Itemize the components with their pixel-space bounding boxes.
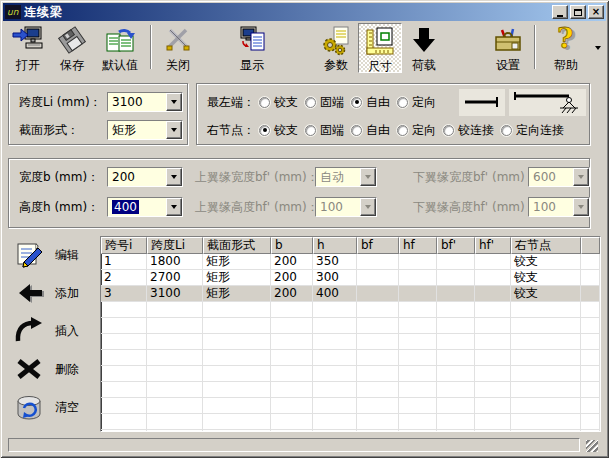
open-button[interactable]: 打开 [6,23,50,73]
radio-铰连接[interactable]: 铰连接 [443,122,494,139]
delete-button[interactable]: 删除 [10,352,96,386]
parameters-button[interactable]: 参数 [314,23,358,73]
cell-filler [581,286,600,302]
cell[interactable] [475,286,511,302]
width-b-combo[interactable]: 200 [107,167,183,187]
radio-固端[interactable]: 固端 [305,94,344,111]
cell[interactable]: 矩形 [203,270,271,286]
clear-button[interactable]: 清空 [10,390,96,424]
close-file-button[interactable]: 关闭 [156,23,200,73]
spans-table[interactable]: 跨号i跨度Li截面形式bhbfhfbf'hf'右节点11800矩形200350铰… [100,236,601,432]
cell [101,382,147,398]
combo-value[interactable]: 200 [108,168,166,186]
cell[interactable] [399,286,437,302]
edit-button[interactable]: 编辑 [10,238,96,272]
combo-value[interactable]: 矩形 [108,121,166,139]
settings-button[interactable]: 设置 [486,23,530,73]
column-header[interactable]: 跨号i [101,237,147,254]
cell[interactable]: 1 [101,254,147,270]
cell[interactable] [357,286,399,302]
cell [313,318,357,334]
cell[interactable] [437,286,475,302]
radio-固端[interactable]: 固端 [305,122,344,139]
radio-定向连接[interactable]: 定向连接 [501,122,564,139]
cell[interactable] [475,254,511,270]
cell [313,350,357,366]
column-header[interactable]: bf [357,237,399,254]
height-h-combo[interactable]: 400 [107,197,183,217]
column-header[interactable]: h [313,237,357,254]
display-button[interactable]: 显示 [230,23,274,73]
cell[interactable] [475,270,511,286]
column-header[interactable]: b [271,237,313,254]
combo-field[interactable]: 400 [108,198,166,216]
titlebar[interactable]: un 连续梁 × [3,3,606,21]
cell[interactable] [357,254,399,270]
dimensions-button[interactable]: 尺寸 [358,23,402,73]
span-length-combo[interactable]: 3100 [107,92,183,112]
radio-自由[interactable]: 自由 [351,122,390,139]
cell[interactable] [399,254,437,270]
table-row[interactable]: 11800矩形200350铰支 [101,254,600,270]
column-header[interactable]: 右节点 [511,237,581,254]
edit-icon [14,240,44,270]
help-dropdown-button[interactable] [592,23,604,73]
column-header[interactable]: hf [399,237,437,254]
table-row[interactable]: 22700矩形200300铰支 [101,270,600,286]
cell[interactable]: 300 [313,270,357,286]
radio-铰支[interactable]: 铰支 [259,94,298,111]
cell[interactable] [357,270,399,286]
cell[interactable]: 350 [313,254,357,270]
defaults-button[interactable]: 默认值 [94,23,146,73]
cell[interactable]: 200 [271,270,313,286]
cell[interactable]: 3 [101,286,147,302]
save-button[interactable]: 保存 [50,23,94,73]
help-button[interactable]: ? ? 帮助 [540,23,592,73]
combo-dropdown-button[interactable] [166,121,182,139]
app-icon: un [5,4,21,20]
combo-value[interactable]: 3100 [108,93,166,111]
cell[interactable]: 3100 [147,286,203,302]
combo-dropdown-button[interactable] [166,93,182,111]
cell [313,334,357,350]
cell[interactable]: 2700 [147,270,203,286]
cell[interactable]: 矩形 [203,286,271,302]
minimize-button[interactable] [552,5,568,19]
section-type-combo[interactable]: 矩形 [107,120,183,140]
add-button[interactable]: 添加 [10,276,96,310]
combo-dropdown-button[interactable] [166,198,182,216]
column-header[interactable]: hf' [475,237,511,254]
column-header[interactable]: 跨度Li [147,237,203,254]
close-button[interactable]: × [588,5,604,19]
table-row[interactable]: 33100矩形200400铰支 [101,286,600,302]
cell [313,382,357,398]
maximize-button[interactable] [570,5,586,19]
radio-circle [305,97,316,108]
radio-定向[interactable]: 定向 [397,122,436,139]
cell[interactable]: 铰支 [511,270,581,286]
cell [147,350,203,366]
combo-dropdown-button[interactable] [166,168,182,186]
radio-铰支[interactable]: 铰支 [259,122,298,139]
cell[interactable] [437,254,475,270]
cell[interactable] [399,270,437,286]
radio-定向[interactable]: 定向 [397,94,436,111]
insert-button[interactable]: 插入 [10,314,96,348]
add-label: 添加 [55,285,79,302]
cell[interactable]: 200 [271,254,313,270]
radio-circle [259,125,270,136]
cell[interactable] [437,270,475,286]
cell[interactable]: 2 [101,270,147,286]
cell[interactable]: 铰支 [511,286,581,302]
resize-grip[interactable] [586,440,598,452]
cell[interactable]: 400 [313,286,357,302]
cell[interactable]: 1800 [147,254,203,270]
cell[interactable]: 200 [271,286,313,302]
status-field [8,438,580,452]
radio-自由[interactable]: 自由 [351,94,390,111]
cell[interactable]: 铰支 [511,254,581,270]
column-header[interactable]: 截面形式 [203,237,271,254]
column-header[interactable]: bf' [437,237,475,254]
cell[interactable]: 矩形 [203,254,271,270]
load-button[interactable]: 荷载 [402,23,446,73]
